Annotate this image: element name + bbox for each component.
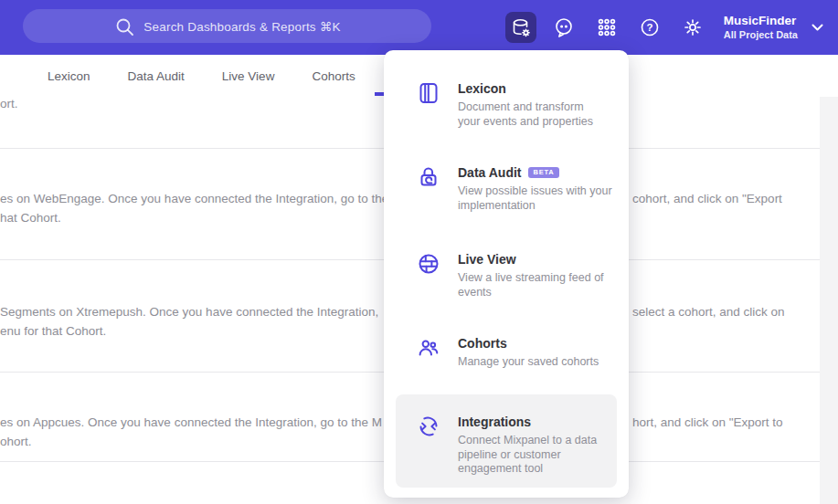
search-icon (113, 16, 135, 37)
page-gutter (820, 97, 838, 504)
settings-gear-icon (681, 16, 705, 39)
data-management-dropdown: Lexicon Document and transform your even… (384, 50, 629, 498)
app-window: Search Dashboards & Reports ⌘K (0, 0, 838, 504)
globe-icon (415, 251, 442, 278)
bg-row-text: hort, and click on "Export to (632, 415, 783, 429)
settings-button[interactable] (677, 12, 708, 43)
search-input[interactable]: Search Dashboards & Reports ⌘K (23, 9, 431, 43)
help-button[interactable]: ? (634, 12, 665, 43)
menu-item-desc: Manage your saved cohorts (458, 355, 615, 370)
bg-row-text: ohort. (0, 435, 32, 448)
tab-lexicon[interactable]: Lexicon (48, 69, 90, 83)
bg-row-text: es on WebEngage. Once you have connected… (0, 192, 388, 205)
lock-icon (415, 164, 442, 192)
menu-item-live-view[interactable]: Live View View a live streaming feed of … (415, 251, 615, 299)
apps-grid-icon (595, 16, 619, 39)
data-management-icon (509, 16, 533, 39)
menu-item-title: Data Audit (458, 164, 521, 181)
bg-row-text: hat Cohort. (0, 211, 61, 225)
menu-item-integrations[interactable]: Integrations Connect Mixpanel to a data … (415, 414, 615, 477)
menu-item-desc: Connect Mixpanel to a data pipeline or c… (458, 434, 615, 477)
chat-feedback-icon (552, 16, 576, 39)
beta-badge: BETA (528, 167, 558, 179)
book-icon (415, 80, 442, 108)
search-placeholder: Search Dashboards & Reports ⌘K (143, 19, 340, 34)
tab-cohorts[interactable]: Cohorts (312, 69, 355, 83)
menu-item-title: Integrations (458, 414, 531, 430)
tab-data-audit[interactable]: Data Audit (128, 69, 185, 83)
chevron-down-icon[interactable] (811, 24, 823, 32)
bg-row-text: Segments on Xtremepush. Once you have co… (0, 305, 378, 319)
project-name: MusicFinder (724, 14, 797, 29)
bg-row-text: cohort, and click on "Export (632, 192, 782, 205)
project-switcher[interactable]: MusicFinder All Project Data (724, 14, 798, 42)
menu-item-cohorts[interactable]: Cohorts Manage your saved cohorts (415, 335, 615, 370)
menu-item-desc: Document and transform your events and p… (458, 100, 615, 129)
bg-row-text: enu for that Cohort. (0, 324, 106, 338)
feedback-button[interactable] (548, 12, 579, 43)
apps-grid-button[interactable] (591, 12, 622, 43)
project-subtitle: All Project Data (724, 29, 798, 42)
menu-item-lexicon[interactable]: Lexicon Document and transform your even… (415, 80, 615, 129)
menu-item-title: Lexicon (458, 80, 506, 97)
svg-text:?: ? (646, 22, 652, 33)
menu-item-desc: View possible issues with your implement… (458, 184, 615, 213)
users-icon (415, 335, 442, 362)
header-actions: ? MusicFinder All Project Data (505, 0, 823, 55)
help-icon: ? (638, 16, 662, 39)
menu-item-data-audit[interactable]: Data Audit BETA View possible issues wit… (415, 164, 615, 213)
sync-icon (415, 414, 442, 441)
bg-row-text: es on Appcues. Once you have connected t… (0, 415, 382, 429)
bg-row-text: select a cohort, and click on (632, 305, 785, 319)
data-management-button[interactable] (505, 12, 536, 43)
bg-row-text: ort. (0, 97, 18, 110)
menu-item-title: Live View (458, 251, 516, 268)
tab-live-view[interactable]: Live View (222, 69, 275, 83)
menu-item-desc: View a live streaming feed of events (458, 271, 615, 299)
menu-item-title: Cohorts (458, 335, 507, 352)
top-header-bar: Search Dashboards & Reports ⌘K (0, 0, 838, 55)
